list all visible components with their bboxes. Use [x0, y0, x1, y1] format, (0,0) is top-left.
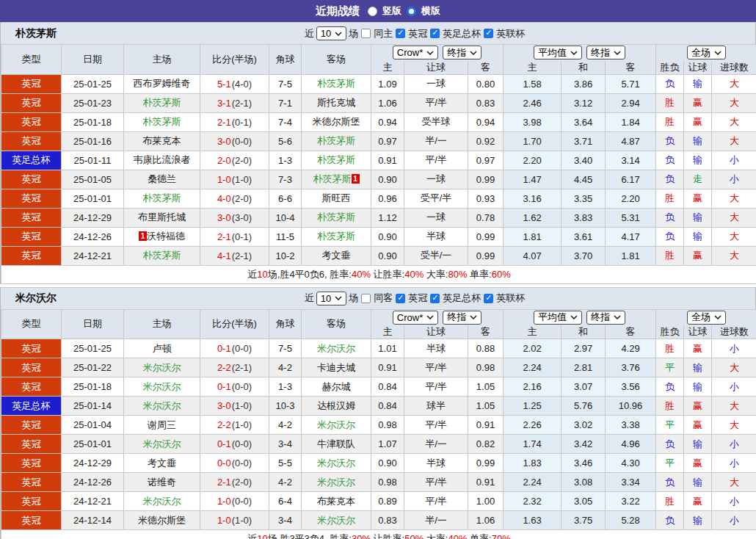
average-select[interactable]: 平均值: [534, 311, 582, 325]
vertical-layout-label[interactable]: 竖版: [382, 4, 401, 18]
near-label: 近: [305, 292, 314, 305]
matches-table: 类型 日期 主场 比分(半场) 角球 客场 Crow* 终指 平均值 终指: [1, 44, 756, 284]
match-count-select[interactable]: 10: [316, 292, 346, 305]
fulltime-score: 0-1: [217, 438, 231, 449]
summary-text: 50%: [404, 533, 424, 539]
average-select-value: 平均值: [538, 46, 567, 59]
score-cell: 0-0(0-0): [200, 454, 269, 473]
same-venue-checkbox[interactable]: [361, 294, 371, 303]
average-select[interactable]: 平均值: [534, 46, 582, 59]
match-row: 英冠 24-12-26 1沃特福德 2-1(0-1) 11-5 朴茨茅斯 0.9…: [1, 227, 756, 246]
horizontal-layout-label[interactable]: 横版: [421, 4, 440, 18]
competition-badge: 英冠: [1, 511, 62, 530]
same-venue-label[interactable]: 同主: [374, 27, 393, 40]
match-count-select[interactable]: 10: [316, 26, 346, 40]
col-header-result: 胜负: [656, 61, 684, 75]
crow-home-odds: 0.90: [371, 454, 404, 473]
score-cell: 4-1(2-1): [200, 246, 269, 265]
avg-away-odds: 3.34: [606, 473, 656, 492]
corner-count: 7-5: [269, 339, 302, 358]
match-row: 英冠 25-01-23 朴茨茅斯 3-1(2-1) 7-1 斯托克城 1.06 …: [1, 93, 756, 112]
league-label-championship[interactable]: 英冠: [408, 292, 427, 305]
match-row: 英冠 25-01-25 西布罗姆维奇 5-1(4-0) 7-5 朴茨茅斯 1.0…: [1, 74, 756, 93]
period-select[interactable]: 全场: [687, 311, 726, 325]
red-card-badge: 1: [139, 231, 147, 241]
chevron-down-icon: [335, 296, 342, 300]
result-goals: 小: [712, 511, 756, 530]
halftime-score: (0-0): [232, 343, 252, 354]
avg-away-odds: 4.29: [606, 339, 656, 358]
halftime-score: (2-0): [232, 155, 252, 166]
result-winlose: 胜: [656, 189, 684, 208]
home-team-name: 西布罗姆维奇: [134, 78, 191, 89]
avg-home-odds: 1.81: [504, 227, 561, 246]
avg-home-odds: 3.98: [504, 112, 561, 131]
league-label-facup[interactable]: 英足总杯: [443, 27, 481, 40]
result-winlose: 平: [656, 416, 684, 435]
league-checkbox-eflcup[interactable]: [484, 29, 493, 38]
score-cell: 2-1(2-0): [200, 473, 269, 492]
corner-count: 4-2: [269, 473, 302, 492]
summary-text: 60%: [492, 269, 511, 280]
league-label-eflcup[interactable]: 英联杯: [496, 292, 525, 305]
corner-count: 10-4: [269, 208, 302, 227]
home-team-cell: 布莱克本: [124, 131, 200, 151]
result-handicap: 走: [684, 170, 712, 189]
col-header-result-handicap: 让球: [684, 61, 712, 75]
league-checkbox-eflcup[interactable]: [484, 294, 493, 303]
fulltime-score: 4-1: [217, 250, 231, 261]
league-label-championship[interactable]: 英冠: [408, 27, 427, 40]
league-checkbox-facup[interactable]: [430, 294, 440, 303]
away-team-name: 朴茨茅斯: [317, 211, 355, 223]
avg-draw-odds: 4.45: [561, 170, 606, 189]
vertical-layout-radio[interactable]: [368, 7, 377, 16]
home-team-cell: 朴茨茅斯: [124, 189, 200, 208]
odds-stage-select[interactable]: 终指: [443, 311, 481, 325]
score-cell: 1-0(0-0): [200, 492, 269, 511]
average-select-group: 平均值 终指: [504, 309, 656, 325]
summary-text: 近: [247, 269, 257, 280]
league-checkbox-championship[interactable]: [396, 29, 405, 38]
avg-away-odds: 4.87: [606, 131, 656, 151]
league-checkbox-facup[interactable]: [430, 29, 440, 38]
crow-away-odds: 1.05: [468, 397, 504, 416]
average-stage-select[interactable]: 终指: [586, 46, 625, 59]
home-team-name: 布莱克本: [143, 135, 181, 146]
home-team-name: 米尔沃尔: [143, 438, 181, 449]
avg-away-odds: 3.56: [606, 377, 656, 397]
match-row: 英足总杯 25-01-11 韦康比流浪者 2-0(2-0) 1-3 朴茨茅斯 0…: [1, 151, 756, 170]
avg-away-odds: 4.96: [606, 435, 656, 454]
crow-home-odds: 0.98: [371, 416, 404, 435]
crow-home-odds: 0.98: [371, 473, 404, 492]
result-handicap: 输: [684, 435, 712, 454]
average-stage-select-value: 终指: [591, 311, 610, 324]
same-venue-label[interactable]: 同客: [374, 292, 393, 305]
horizontal-layout-radio[interactable]: [407, 7, 416, 16]
avg-home-odds: 2.26: [504, 416, 561, 435]
average-stage-select[interactable]: 终指: [586, 311, 625, 325]
crow-away-odds: 0.83: [468, 93, 504, 112]
league-label-facup[interactable]: 英足总杯: [443, 292, 481, 305]
team-name: 米尔沃尔: [15, 292, 57, 305]
corner-count: 1-3: [269, 151, 302, 170]
avg-draw-odds: 3.07: [561, 377, 606, 397]
period-select[interactable]: 全场: [687, 46, 726, 59]
bookmaker-select[interactable]: Crow*: [393, 46, 438, 59]
league-checkbox-championship[interactable]: [396, 294, 405, 303]
home-team-cell: 卢顿: [124, 339, 200, 358]
bookmaker-select[interactable]: Crow*: [393, 311, 438, 325]
corner-count: 7-5: [269, 74, 302, 93]
result-goals: 大: [712, 131, 756, 151]
league-label-eflcup[interactable]: 英联杯: [496, 27, 525, 40]
away-team-cell: 朴茨茅斯: [302, 208, 371, 227]
result-handicap: 输: [684, 74, 712, 93]
bookmaker-select-group: Crow* 终指: [371, 45, 504, 61]
chevron-down-icon: [335, 32, 342, 36]
same-venue-checkbox[interactable]: [361, 29, 371, 38]
handicap-line: 平/半: [404, 151, 468, 170]
score-cell: 0-1(0-0): [200, 435, 269, 454]
col-header-score: 比分(半场): [200, 309, 269, 339]
summary-text: 单率:: [467, 533, 491, 539]
odds-stage-select[interactable]: 终指: [443, 46, 481, 59]
home-team-cell: 朴茨茅斯: [124, 93, 200, 112]
